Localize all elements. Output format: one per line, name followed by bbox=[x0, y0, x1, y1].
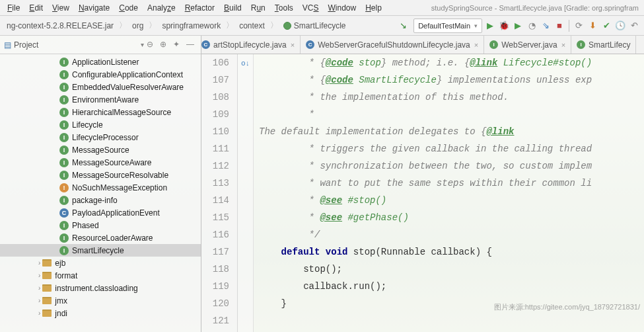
run-config-dropdown[interactable]: DefaultTestMain ▾ bbox=[413, 19, 482, 33]
menu-window[interactable]: Window bbox=[323, 1, 361, 15]
menu-vcs[interactable]: VCS bbox=[298, 1, 324, 15]
tree-item[interactable]: !NoSuchMessageException bbox=[0, 181, 201, 194]
code-line[interactable]: * The default implementation delegates t… bbox=[259, 106, 644, 140]
line-number[interactable]: 116 bbox=[201, 226, 229, 243]
menu-view[interactable]: View bbox=[48, 1, 74, 15]
tree-item[interactable]: IEnvironmentAware bbox=[0, 93, 201, 106]
line-number[interactable]: 108 bbox=[201, 89, 229, 106]
line-number[interactable]: 109 bbox=[201, 106, 229, 123]
coverage-icon[interactable]: ▶ bbox=[512, 20, 524, 32]
line-number[interactable]: 120 bbox=[201, 295, 229, 312]
menu-edit[interactable]: Edit bbox=[24, 1, 48, 15]
chevron-down-icon[interactable]: ▾ bbox=[141, 41, 144, 48]
tree-item[interactable]: IMessageSource bbox=[0, 144, 201, 156]
code-line[interactable]: * {@code stop} method; i.e. {@link Lifec… bbox=[259, 54, 644, 71]
line-number[interactable]: 106 bbox=[201, 54, 229, 71]
stop-icon[interactable]: ■ bbox=[554, 20, 565, 32]
sidebar-title[interactable]: Project bbox=[14, 40, 141, 50]
code-line[interactable]: stop(); bbox=[259, 261, 644, 278]
commit-icon[interactable]: ✔ bbox=[600, 20, 612, 32]
tree-item[interactable]: ISmartLifecycle bbox=[0, 244, 201, 257]
code-lines[interactable]: * {@code stop} method; i.e. {@link Lifec… bbox=[254, 54, 644, 332]
tree-package[interactable]: ›jndi bbox=[0, 307, 201, 319]
line-number[interactable]: 112 bbox=[201, 157, 229, 175]
code-line[interactable]: * want to put the same steps within thei… bbox=[259, 175, 644, 192]
tree-package[interactable]: ›jmx bbox=[0, 294, 201, 307]
editor-tab[interactable]: CartStopLifecycle.java× bbox=[201, 36, 301, 54]
tree-item[interactable]: IEmbeddedValueResolverAware bbox=[0, 81, 201, 93]
tree-item[interactable]: ILifecycle bbox=[0, 118, 201, 131]
history-icon[interactable]: 🕓 bbox=[614, 20, 626, 32]
locate-icon[interactable]: ⊕ bbox=[160, 40, 170, 50]
code-line[interactable]: * @see #stop() bbox=[259, 192, 644, 209]
attach-icon[interactable]: ⇘ bbox=[540, 20, 552, 32]
tree-package[interactable]: ›instrument.classloading bbox=[0, 282, 201, 294]
tree-item[interactable]: IConfigurableApplicationContext bbox=[0, 68, 201, 81]
code-line[interactable] bbox=[259, 312, 644, 329]
build-icon[interactable]: ↘ bbox=[397, 20, 409, 32]
code-area[interactable]: 1061071081091101111121131141151161171181… bbox=[201, 54, 644, 332]
menu-file[interactable]: File bbox=[3, 1, 24, 15]
line-number[interactable]: 121 bbox=[201, 312, 229, 329]
code-line[interactable]: callback.run(); bbox=[259, 278, 644, 295]
breadcrumb-item[interactable]: ng-context-5.2.8.RELEASE.jar bbox=[3, 20, 118, 32]
code-line[interactable]: * triggers the given callback in the cal… bbox=[259, 140, 644, 157]
tree-item[interactable]: IPhased bbox=[0, 219, 201, 231]
run-icon[interactable]: ▶ bbox=[484, 20, 496, 32]
code-line[interactable]: * @see #getPhase() bbox=[259, 209, 644, 226]
profile-icon[interactable]: ◔ bbox=[526, 20, 538, 32]
tree-item[interactable]: IApplicationListener bbox=[0, 56, 201, 68]
editor-tab[interactable]: ISmartLifecy bbox=[571, 36, 636, 54]
breadcrumb-item[interactable]: context bbox=[235, 20, 269, 32]
line-number[interactable]: 114 bbox=[201, 192, 229, 209]
menu-build[interactable]: Build bbox=[219, 1, 246, 15]
close-icon[interactable]: × bbox=[291, 41, 295, 49]
code-line[interactable]: * {@code SmartLifecycle} implementations… bbox=[259, 71, 644, 89]
code-line[interactable]: */ bbox=[259, 226, 644, 243]
debug-icon[interactable]: 🐞 bbox=[498, 20, 510, 32]
tree-item[interactable]: Ipackage-info bbox=[0, 194, 201, 206]
breadcrumb-item[interactable]: org bbox=[128, 20, 147, 32]
tree-item[interactable]: CPayloadApplicationEvent bbox=[0, 206, 201, 219]
git-icon[interactable]: ⬇ bbox=[587, 20, 598, 32]
breadcrumb-item[interactable]: springframework bbox=[158, 20, 225, 32]
tree-item[interactable]: IMessageSourceAware bbox=[0, 156, 201, 169]
line-number[interactable]: 117 bbox=[201, 243, 229, 261]
tree-item[interactable]: ILifecycleProcessor bbox=[0, 131, 201, 144]
tree-package[interactable]: ›ejb bbox=[0, 257, 201, 269]
gutter-mark[interactable]: o↓ bbox=[238, 54, 253, 72]
menu-tools[interactable]: Tools bbox=[270, 1, 298, 15]
line-number[interactable]: 107 bbox=[201, 71, 229, 89]
tree-item[interactable]: IHierarchicalMessageSource bbox=[0, 106, 201, 118]
line-number[interactable]: 118 bbox=[201, 261, 229, 278]
menu-run[interactable]: Run bbox=[246, 1, 270, 15]
line-gutter[interactable]: 1061071081091101111121131141151161171181… bbox=[201, 54, 238, 332]
code-line[interactable]: * synchronization between the two, so cu… bbox=[259, 157, 644, 175]
close-icon[interactable]: × bbox=[561, 41, 565, 49]
gear-icon[interactable]: ✦ bbox=[173, 40, 184, 50]
hide-icon[interactable]: — bbox=[186, 40, 197, 50]
close-icon[interactable]: × bbox=[474, 41, 478, 49]
gutter-marks[interactable]: o↓ bbox=[238, 54, 254, 332]
menu-help[interactable]: Help bbox=[361, 1, 386, 15]
menu-refactor[interactable]: Refactor bbox=[180, 1, 219, 15]
code-line[interactable]: /** bbox=[259, 329, 644, 332]
override-icon[interactable]: o↓ bbox=[241, 60, 250, 67]
breadcrumb-item[interactable]: SmartLifecycle bbox=[279, 20, 350, 32]
tree-package[interactable]: ›format bbox=[0, 269, 201, 282]
code-line[interactable]: * the implementation of this method. bbox=[259, 89, 644, 106]
revert-icon[interactable]: ↶ bbox=[628, 20, 640, 32]
line-number[interactable]: 110 bbox=[201, 123, 229, 140]
line-number[interactable]: 115 bbox=[201, 209, 229, 226]
line-number[interactable]: 111 bbox=[201, 140, 229, 157]
collapse-icon[interactable]: ⊖ bbox=[147, 40, 157, 50]
menu-navigate[interactable]: Navigate bbox=[74, 1, 114, 15]
code-line[interactable]: default void stop(Runnable callback) { bbox=[259, 243, 644, 261]
menu-analyze[interactable]: Analyze bbox=[143, 1, 180, 15]
tree-item[interactable]: IMessageSourceResolvable bbox=[0, 169, 201, 181]
line-number[interactable]: 113 bbox=[201, 175, 229, 192]
update-icon[interactable]: ⟳ bbox=[573, 20, 585, 32]
line-number[interactable]: 119 bbox=[201, 278, 229, 295]
editor-tab[interactable]: IWebServer.java× bbox=[484, 36, 571, 54]
editor-tab[interactable]: CWebServerGracefulShutdownLifecycle.java… bbox=[301, 36, 484, 54]
